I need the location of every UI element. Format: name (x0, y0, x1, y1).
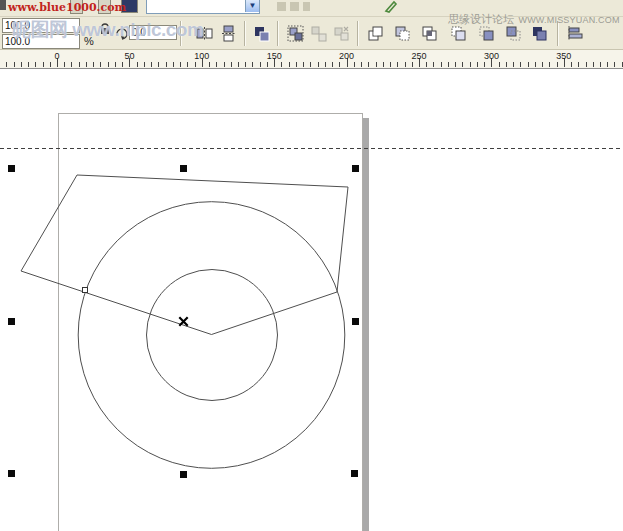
ruler-tick (310, 62, 311, 67)
simplify-icon[interactable] (449, 24, 470, 45)
ruler-tick (173, 62, 174, 67)
ruler-tick (6, 62, 7, 67)
separator (244, 21, 245, 46)
cropped-toolbar-fragment (0, 0, 6, 10)
ruler-tick (520, 62, 521, 67)
ruler-tick (535, 62, 536, 67)
page-shadow (363, 118, 369, 531)
ruler-tick (361, 62, 362, 67)
ruler-tick (281, 62, 282, 67)
ruler-tick (28, 62, 29, 67)
coreldraw-window: ▼ % (0, 0, 623, 531)
horizontal-ruler[interactable]: 050100150200250300350 (0, 50, 623, 69)
ruler-label: 50 (124, 51, 134, 61)
selection-handle[interactable] (180, 471, 187, 478)
ruler-tick (405, 62, 406, 67)
ruler-label: 150 (267, 51, 282, 61)
ruler-tick (607, 62, 608, 67)
ruler-tick (354, 62, 355, 67)
ruler-label: 300 (484, 51, 499, 61)
create-boundary-icon[interactable] (530, 24, 551, 45)
ruler-tick (303, 62, 304, 67)
ungroup-icon (309, 24, 330, 45)
ruler-tick (50, 62, 51, 67)
ruler-tick (318, 62, 319, 67)
ruler-tick (115, 62, 116, 67)
ruler-tick (21, 62, 22, 67)
ruler-tick (231, 62, 232, 67)
ruler-tick (542, 62, 543, 67)
ruler-tick (137, 62, 138, 67)
ruler-tick (433, 62, 434, 67)
ruler-tick (245, 62, 246, 67)
page-border-left (58, 113, 59, 531)
guideline-dashed[interactable] (0, 148, 623, 149)
watermark-nipic: 昵图网 www.nipic.com (12, 17, 203, 43)
ruler-tick (71, 62, 72, 67)
selection-handle[interactable] (8, 470, 15, 477)
ruler-tick (600, 62, 601, 67)
ruler-tick (332, 62, 333, 67)
selection-handle[interactable] (352, 318, 359, 325)
ruler-tick (325, 62, 326, 67)
ruler-tick (390, 62, 391, 67)
ruler-tick (195, 62, 196, 67)
ruler-tick (144, 62, 145, 67)
ruler-tick (586, 62, 587, 67)
group-icon[interactable] (286, 24, 307, 45)
selection-handle[interactable] (180, 165, 187, 172)
front-minus-back-icon[interactable] (477, 24, 498, 45)
ruler-tick (252, 62, 253, 67)
intersect-icon[interactable] (420, 24, 441, 45)
weld-icon[interactable] (366, 24, 387, 45)
selection-handle[interactable] (8, 318, 15, 325)
page-border-top (58, 113, 362, 114)
ruler-tick (448, 62, 449, 67)
ruler-tick (383, 62, 384, 67)
zoom-combobox[interactable]: ▼ (146, 0, 260, 14)
trim-icon[interactable] (393, 24, 414, 45)
ruler-tick (296, 62, 297, 67)
drawing-canvas[interactable] (0, 68, 623, 531)
combine-icon[interactable] (252, 24, 273, 45)
ruler-tick (368, 62, 369, 67)
selection-handle[interactable] (351, 470, 358, 477)
ruler-tick (86, 62, 87, 67)
ruler-label: 0 (54, 51, 59, 61)
ruler-tick (14, 62, 15, 67)
ruler-label: 200 (339, 51, 354, 61)
ruler-tick (462, 62, 463, 67)
align-distribute-icon[interactable] (566, 24, 587, 45)
watermark-missyuan-url: WWW.MISSYUAN.COM (518, 15, 619, 25)
ruler-tick (216, 62, 217, 67)
selection-handle[interactable] (352, 165, 359, 172)
selection-handle[interactable] (8, 165, 15, 172)
ruler-tick (397, 62, 398, 67)
ruler-tick (506, 62, 507, 67)
ruler-tick (578, 62, 579, 67)
ruler-tick (477, 62, 478, 67)
pen-icon[interactable] (384, 0, 398, 13)
ruler-tick (571, 62, 572, 67)
ruler-tick (187, 62, 188, 67)
ruler-tick (376, 62, 377, 67)
ruler-tick (100, 62, 101, 67)
ruler-tick (513, 62, 514, 67)
ruler-tick (593, 62, 594, 67)
chevron-down-icon[interactable]: ▼ (245, 0, 259, 12)
ruler-tick (151, 62, 152, 67)
separator (357, 21, 358, 46)
disabled-control-fragment (290, 2, 299, 11)
ruler-tick (549, 62, 550, 67)
mirror-vertical-icon[interactable] (219, 24, 240, 45)
ruler-tick (260, 62, 261, 67)
watermark-missyuan: 思缘设计论坛 WWW.MISSYUAN.COM (448, 9, 620, 27)
ruler-tick (412, 62, 413, 67)
ruler-label: 350 (556, 51, 571, 61)
ruler-tick (441, 62, 442, 67)
ruler-tick (426, 62, 427, 67)
ruler-tick (238, 62, 239, 67)
back-minus-front-icon[interactable] (504, 24, 525, 45)
ruler-tick (267, 62, 268, 67)
ruler-tick (209, 62, 210, 67)
